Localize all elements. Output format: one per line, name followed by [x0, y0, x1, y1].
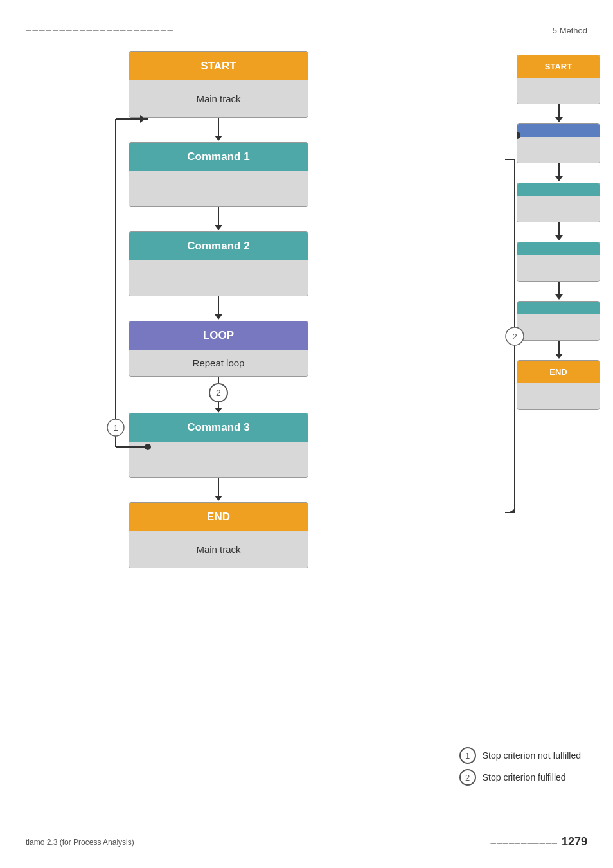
arrow-1 [218, 118, 219, 137]
legend-text-2: Stop criterion fulfilled [483, 772, 566, 782]
start-header: START [129, 52, 308, 80]
end-block: END Main track [129, 502, 308, 568]
right-cmd-blue-header [517, 124, 600, 137]
end-body: Main track [129, 531, 308, 568]
right-teal2-header [517, 242, 600, 255]
right-start-header: START [517, 55, 600, 78]
legend-item-2: 2 Stop criterion fulfilled [459, 769, 581, 786]
legend-item-1: 1 Stop criterion not fulfilled [459, 747, 581, 764]
right-end-header: END [517, 361, 600, 383]
svg-text:1: 1 [113, 423, 118, 433]
right-teal1-body [517, 196, 600, 222]
legend-circle-2: 2 [459, 769, 476, 786]
right-teal3-header [517, 302, 600, 314]
page-header: ══════════════════════ 5 Method [26, 26, 587, 35]
feedback-loop-svg: 1 [109, 119, 161, 447]
command3-body [129, 442, 308, 477]
loop-number-badge: 2 [209, 383, 228, 402]
svg-text:2: 2 [512, 332, 517, 341]
right-feedback-svg: 2 [505, 159, 524, 513]
right-teal1-header [517, 183, 600, 196]
svg-point-4 [145, 444, 151, 450]
legend-circle-1: 1 [459, 747, 476, 764]
footer-page-number: 1279 [562, 835, 587, 849]
page-footer: tiamo 2.3 (for Process Analysis) ═══════… [26, 835, 587, 849]
start-block: START Main track [129, 51, 308, 118]
right-diagram: START END [510, 55, 613, 410]
right-end-body [517, 383, 600, 409]
legend-text-1: Stop criterion not fulfilled [483, 750, 581, 761]
start-body: Main track [129, 80, 308, 117]
right-teal2-body [517, 255, 600, 281]
right-start-body [517, 78, 600, 104]
arrow-5 [218, 478, 219, 497]
right-teal3-body [517, 314, 600, 340]
arrow-3 [218, 296, 219, 316]
end-header: END [129, 503, 308, 531]
legend: 1 Stop criterion not fulfilled 2 Stop cr… [459, 747, 581, 791]
right-cmd-blue-body [517, 137, 600, 163]
header-method: 5 Method [553, 26, 587, 35]
header-dashes: ══════════════════════ [26, 26, 174, 35]
footer-dashes: ═══════════ [490, 838, 558, 847]
arrow-2 [218, 207, 219, 226]
footer-left-text: tiamo 2.3 (for Process Analysis) [26, 838, 134, 847]
